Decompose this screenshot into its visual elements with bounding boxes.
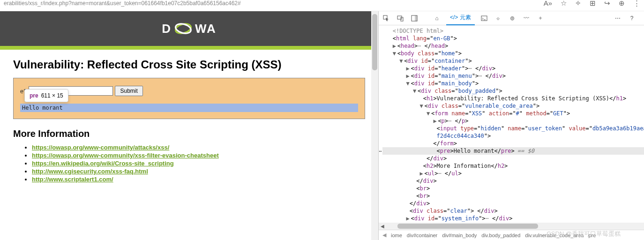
page-viewport: D WA Vulnerability: Reflected Cross Site… [0, 11, 378, 240]
dock-icon[interactable] [410, 14, 419, 23]
logo-swoosh-icon [173, 19, 193, 38]
link-owasp-cheatsheet[interactable]: https://owasp.org/www-community/xss-filt… [32, 152, 219, 159]
help-icon[interactable]: ? [627, 14, 637, 23]
menu-icon[interactable]: ⋮ [633, 0, 640, 7]
device-icon[interactable] [396, 14, 405, 23]
output-pre: Hello morant [20, 104, 358, 112]
submit-button[interactable]: Submit [115, 86, 142, 96]
reader-icon[interactable]: A» [544, 0, 552, 7]
gutter-dots-icon[interactable]: ⋯ [379, 147, 381, 155]
forward-icon[interactable]: ↪ [604, 0, 610, 7]
close-icon[interactable]: ✕ [641, 14, 644, 23]
page-title: Vulnerability: Reflected Cross Site Scri… [13, 58, 365, 71]
devtools-hscrollbar[interactable]: ◀ ▶ [379, 223, 644, 230]
accent-bar [0, 46, 378, 50]
console-tab-icon[interactable] [479, 14, 489, 23]
star-icon[interactable]: ☆ [561, 0, 567, 7]
sources-tab-icon[interactable]: ⟐ [494, 14, 503, 23]
dvwa-logo: D WA [162, 19, 217, 38]
scroll-left-icon[interactable]: ◀ [379, 223, 386, 230]
inspect-icon[interactable] [382, 14, 391, 23]
add-tab-icon[interactable]: ＋ [536, 14, 545, 23]
collections-icon[interactable]: ⊞ [590, 0, 596, 7]
link-wikipedia[interactable]: https://en.wikipedia.org/wiki/Cross-site… [32, 160, 174, 167]
url-fragment: erabilities/xss_r/index.php?name=morant&… [4, 0, 241, 7]
browser-actions: A» ☆ ✧ ⊞ ↪ ⊕ ⋮ [544, 0, 640, 7]
dvwa-header: D WA [0, 11, 378, 46]
network-tab-icon[interactable]: ⊚ [508, 14, 517, 23]
page-scrollbar[interactable] [371, 11, 378, 240]
element-tooltip: pre611 × 15 [24, 89, 68, 102]
dom-tree[interactable]: ⋯ <!DOCTYPE html> <html lang="en-GB"> ▶<… [379, 25, 644, 223]
welcome-tab-icon[interactable]: ⌂ [432, 14, 442, 23]
tab-elements[interactable]: </> 元素 [446, 11, 475, 25]
dom-breadcrumb[interactable]: ◀ iome div#container div#main_body div.b… [379, 230, 644, 240]
more-icon[interactable]: ⋯ [613, 14, 622, 23]
more-info-heading: More Information [13, 128, 365, 139]
svg-rect-6 [415, 15, 417, 21]
reference-links: https://owasp.org/www-community/attacks/… [13, 144, 365, 183]
link-cgisecurity[interactable]: http://www.cgisecurity.com/xss-faq.html [32, 168, 148, 175]
link-owasp-xss[interactable]: https://owasp.org/www-community/attacks/… [32, 144, 169, 151]
devtools-panel: ⌂ </> 元素 ⟐ ⊚ 〰 ＋ ⋯ ? ✕ ⋯ <!DOCTYPE html>… [378, 11, 644, 240]
favorites-icon[interactable]: ✧ [575, 0, 581, 7]
devtools-toolbar: ⌂ </> 元素 ⟐ ⊚ 〰 ＋ ⋯ ? ✕ [379, 11, 644, 25]
link-scriptalert1[interactable]: http://www.scriptalert1.com/ [32, 176, 113, 183]
add-tab-icon[interactable]: ⊕ [619, 0, 625, 7]
performance-tab-icon[interactable]: 〰 [522, 14, 531, 23]
